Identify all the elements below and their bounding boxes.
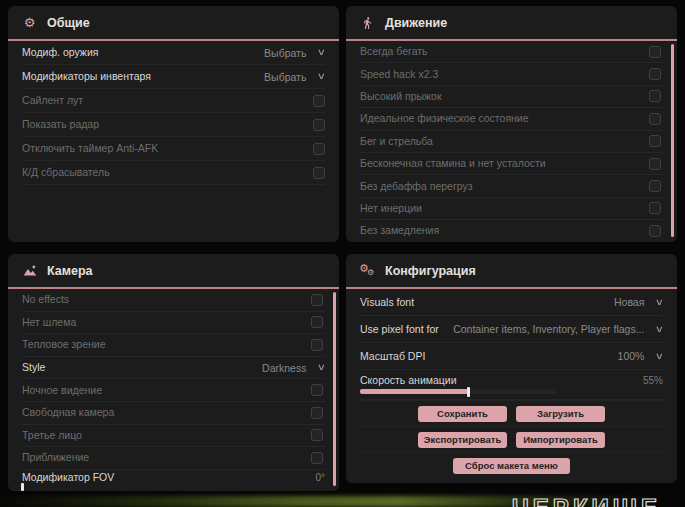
- row-label: Style: [22, 362, 45, 373]
- checkbox-no-overload-debuff[interactable]: [649, 180, 661, 192]
- button-row: Сброс макета меню: [360, 452, 663, 478]
- button-row: ЭкспортироватьИмпортировать: [360, 426, 663, 452]
- settings-row-show-radar: Показать радар: [22, 113, 325, 137]
- image-icon: [21, 264, 38, 277]
- checkbox-zoom[interactable]: [311, 452, 323, 464]
- settings-row-always-run: Всегда бегать: [360, 41, 663, 63]
- row-label: К/Д сбрасыватель: [22, 167, 110, 178]
- dropdown-visuals-font[interactable]: Новая∨: [614, 296, 663, 308]
- row-label: Отключить таймер Anti-AFK: [22, 143, 158, 154]
- dropdown-value: Darkness: [262, 362, 306, 374]
- panel-camera-header: Камера: [8, 254, 339, 289]
- panel-title: Движение: [385, 16, 447, 30]
- settings-row-weapon-mod: Модиф. оружияВыбрать∨: [22, 41, 325, 65]
- row-label: Сайлент лут: [22, 95, 83, 106]
- gear-icon: ⚙: [21, 16, 38, 29]
- checkbox-perfect-physical-condition[interactable]: [649, 113, 661, 125]
- settings-row-animation-speed: Скорость анимации55%: [360, 370, 663, 400]
- settings-row-run-and-shoot: Бег и стрельба: [360, 131, 663, 153]
- settings-row-silent-loot: Сайлент лут: [22, 89, 325, 113]
- scrollbar-thumb[interactable]: [671, 44, 674, 237]
- dropdown-weapon-mod[interactable]: Выбрать∨: [264, 47, 325, 59]
- save-button[interactable]: Сохранить: [418, 406, 507, 422]
- checkbox-no-helmet[interactable]: [311, 316, 323, 328]
- row-label: Модификаторы инвентаря: [22, 71, 151, 82]
- row-label: Без замедления: [360, 225, 439, 236]
- checkbox-no-inertia[interactable]: [649, 202, 661, 214]
- settings-row-use-pixel-font-for: Use pixel font forContainer items, Inven…: [360, 316, 663, 343]
- chevron-down-icon: ∨: [317, 363, 326, 372]
- panel-title: Конфигурация: [385, 264, 476, 278]
- checkbox-infinite-stamina[interactable]: [649, 158, 661, 170]
- slider-handle[interactable]: [467, 387, 470, 397]
- checkbox-silent-loot[interactable]: [313, 95, 325, 107]
- reset-menu-layout-button[interactable]: Сброс макета меню: [453, 458, 570, 474]
- row-label: Ночное видение: [22, 385, 102, 396]
- slider-track-fov-modifier[interactable]: [22, 485, 325, 489]
- panel-general-header: ⚙ Общие: [8, 6, 339, 41]
- settings-row-night-vision: Ночное видение: [22, 379, 325, 402]
- import-button[interactable]: Импортировать: [516, 432, 605, 448]
- load-button[interactable]: Загрузить: [516, 406, 605, 422]
- settings-row-style: StyleDarkness∨: [22, 357, 325, 380]
- checkbox-free-camera[interactable]: [311, 407, 323, 419]
- settings-row-no-helmet: Нет шлема: [22, 312, 325, 335]
- checkbox-run-and-shoot[interactable]: [649, 135, 661, 147]
- dropdown-style[interactable]: Darkness∨: [262, 362, 325, 374]
- checkbox-third-person[interactable]: [311, 429, 323, 441]
- watermark-text: ЧЕРКИШЕ: [512, 494, 661, 507]
- settings-row-visuals-font: Visuals fontНовая∨: [360, 289, 663, 316]
- row-label: Масштаб DPI: [360, 351, 425, 362]
- panel-general: ⚙ Общие Модиф. оружияВыбрать∨Модификатор…: [8, 6, 339, 242]
- panel-movement: Движение Всегда бегатьSpeed hack x2.3Выс…: [346, 6, 677, 242]
- settings-row-zoom: Приближение: [22, 447, 325, 470]
- settings-row-thermal-vision: Тепловое зрение: [22, 334, 325, 357]
- slider-fill: [360, 389, 468, 394]
- checkbox-show-radar[interactable]: [313, 119, 325, 131]
- slider-track-animation-speed[interactable]: [360, 389, 556, 394]
- checkbox-high-jump[interactable]: [649, 90, 661, 102]
- checkbox-thermal-vision[interactable]: [311, 339, 323, 351]
- checkbox-always-run[interactable]: [649, 46, 661, 58]
- row-label: Всегда бегать: [360, 46, 428, 57]
- dropdown-value: Новая: [614, 296, 644, 308]
- checkbox-cooldown-reset[interactable]: [313, 167, 325, 179]
- checkbox-disable-anti-afk-timer[interactable]: [313, 143, 325, 155]
- settings-row-cooldown-reset: К/Д сбрасыватель: [22, 161, 325, 185]
- settings-row-no-inertia: Нет инерции: [360, 198, 663, 220]
- dropdown-value: Container items, Inventory, Player flags…: [453, 323, 644, 335]
- settings-row-high-jump: Высокий прыжок: [360, 86, 663, 108]
- row-label: Свободная камера: [22, 407, 114, 418]
- chevron-down-icon: ∨: [655, 325, 664, 334]
- checkbox-night-vision[interactable]: [311, 384, 323, 396]
- row-label: Показать радар: [22, 119, 99, 130]
- gears-icon: ⚙⚙: [359, 263, 376, 279]
- panel-config-rows: Visuals fontНовая∨Use pixel font forCont…: [346, 289, 677, 400]
- settings-row-no-overload-debuff: Без дебаффа перегруз: [360, 175, 663, 197]
- chevron-down-icon: ∨: [317, 48, 326, 57]
- row-label: Модификатор FOV: [22, 472, 114, 483]
- settings-row-inventory-mods: Модификаторы инвентаряВыбрать∨: [22, 65, 325, 89]
- dropdown-use-pixel-font-for[interactable]: Container items, Inventory, Player flags…: [453, 323, 663, 335]
- cheat-menu-overlay: ЧЕРКИШЕ ⚙ Общие Модиф. оружияВыбрать∨Мод…: [0, 0, 685, 507]
- panel-movement-header: Движение: [346, 6, 677, 41]
- row-label: Visuals font: [360, 297, 414, 308]
- dropdown-dpi-scale[interactable]: 100%∨: [618, 350, 663, 362]
- checkbox-speed-hack[interactable]: [649, 68, 661, 80]
- settings-row-free-camera: Свободная камера: [22, 402, 325, 425]
- row-label: Нет шлема: [22, 317, 76, 328]
- panel-title: Камера: [47, 264, 93, 278]
- row-label: Идеальное физическое состояние: [360, 113, 529, 124]
- checkbox-no-effects[interactable]: [311, 294, 323, 306]
- dropdown-inventory-mods[interactable]: Выбрать∨: [264, 71, 325, 83]
- slider-handle[interactable]: [21, 483, 24, 491]
- panel-title: Общие: [47, 16, 90, 30]
- settings-row-infinite-stamina: Бесконечная стамина и нет усталости: [360, 153, 663, 175]
- chevron-down-icon: ∨: [655, 298, 664, 307]
- export-button[interactable]: Экспортировать: [418, 432, 507, 448]
- row-label: Тепловое зрение: [22, 339, 106, 350]
- button-row: СохранитьЗагрузить: [360, 400, 663, 426]
- slider-row-top: Модификатор FOV0°: [22, 472, 325, 483]
- scrollbar-thumb[interactable]: [333, 292, 336, 486]
- checkbox-no-slowdown[interactable]: [649, 225, 661, 237]
